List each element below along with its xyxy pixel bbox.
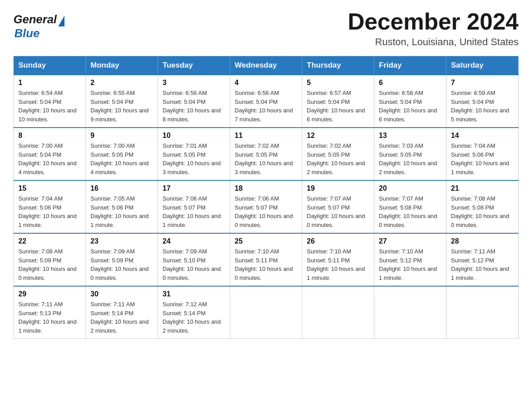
sunset-label: Sunset: 5:12 PM — [379, 257, 422, 264]
sunset-label: Sunset: 5:07 PM — [307, 204, 350, 211]
sunset-label: Sunset: 5:04 PM — [307, 98, 350, 105]
sunrise-label: Sunrise: 7:02 AM — [307, 142, 351, 149]
day-info: Sunrise: 7:04 AM Sunset: 5:06 PM Dayligh… — [451, 141, 514, 176]
day-info: Sunrise: 6:56 AM Sunset: 5:04 PM Dayligh… — [163, 89, 225, 124]
calendar-cell — [374, 286, 446, 339]
calendar-cell: 9 Sunrise: 7:00 AM Sunset: 5:05 PM Dayli… — [86, 128, 158, 180]
calendar-table: SundayMondayTuesdayWednesdayThursdayFrid… — [13, 56, 519, 339]
sunset-label: Sunset: 5:11 PM — [307, 257, 350, 264]
sunset-label: Sunset: 5:06 PM — [451, 151, 494, 158]
calendar-cell: 7 Sunrise: 6:59 AM Sunset: 5:04 PM Dayli… — [446, 75, 519, 128]
daylight-label: Daylight: 10 hours and 1 minute. — [451, 160, 509, 176]
daylight-label: Daylight: 10 hours and 1 minute. — [18, 213, 77, 228]
day-info: Sunrise: 7:02 AM Sunset: 5:05 PM Dayligh… — [307, 141, 369, 176]
calendar-cell: 12 Sunrise: 7:02 AM Sunset: 5:05 PM Dayl… — [302, 128, 374, 180]
daylight-label: Daylight: 10 hours and 9 minutes. — [90, 107, 149, 123]
sunrise-label: Sunrise: 7:05 AM — [90, 195, 135, 202]
sunset-label: Sunset: 5:05 PM — [307, 151, 350, 158]
day-number: 26 — [307, 237, 369, 245]
day-number: 19 — [307, 184, 369, 193]
day-number: 13 — [379, 132, 442, 140]
calendar-cell: 8 Sunrise: 7:00 AM Sunset: 5:04 PM Dayli… — [14, 128, 86, 180]
logo: General Blue — [13, 13, 64, 40]
calendar-cell: 20 Sunrise: 7:07 AM Sunset: 5:08 PM Dayl… — [374, 180, 446, 233]
sunset-label: Sunset: 5:04 PM — [379, 98, 422, 105]
sunset-label: Sunset: 5:07 PM — [235, 204, 278, 211]
sunset-label: Sunset: 5:06 PM — [18, 204, 61, 211]
day-number: 20 — [379, 184, 442, 193]
week-row-3: 15 Sunrise: 7:04 AM Sunset: 5:06 PM Dayl… — [14, 180, 519, 233]
calendar-cell: 19 Sunrise: 7:07 AM Sunset: 5:07 PM Dayl… — [302, 180, 374, 233]
day-info: Sunrise: 7:09 AM Sunset: 5:09 PM Dayligh… — [90, 247, 153, 282]
month-year-title: December 2024 — [348, 9, 519, 34]
sunrise-label: Sunrise: 7:10 AM — [235, 248, 279, 255]
day-info: Sunrise: 7:00 AM Sunset: 5:05 PM Dayligh… — [90, 141, 153, 176]
logo-icon: General Blue — [13, 13, 64, 40]
daylight-label: Daylight: 10 hours and 6 minutes. — [379, 107, 437, 123]
sunrise-label: Sunrise: 6:55 AM — [90, 90, 135, 96]
day-info: Sunrise: 7:01 AM Sunset: 5:05 PM Dayligh… — [163, 141, 225, 176]
day-number: 9 — [90, 132, 153, 140]
sunrise-label: Sunrise: 7:02 AM — [235, 142, 279, 149]
calendar-cell: 18 Sunrise: 7:06 AM Sunset: 5:07 PM Dayl… — [230, 180, 302, 233]
daylight-label: Daylight: 10 hours and 2 minutes. — [90, 318, 149, 334]
calendar-cell: 31 Sunrise: 7:12 AM Sunset: 5:14 PM Dayl… — [158, 286, 230, 339]
sunset-label: Sunset: 5:04 PM — [235, 98, 278, 105]
sunrise-label: Sunrise: 7:04 AM — [451, 142, 495, 149]
daylight-label: Daylight: 10 hours and 0 minutes. — [307, 213, 365, 228]
sunrise-label: Sunrise: 6:58 AM — [379, 90, 423, 96]
sunset-label: Sunset: 5:13 PM — [18, 310, 61, 317]
day-number: 25 — [235, 237, 297, 245]
calendar-cell: 10 Sunrise: 7:01 AM Sunset: 5:05 PM Dayl… — [158, 128, 230, 180]
daylight-label: Daylight: 10 hours and 1 minute. — [379, 265, 437, 281]
day-number: 2 — [90, 79, 153, 87]
daylight-label: Daylight: 10 hours and 6 minutes. — [307, 107, 365, 123]
sunset-label: Sunset: 5:04 PM — [18, 151, 61, 158]
sunrise-label: Sunrise: 7:07 AM — [379, 195, 423, 202]
day-number: 15 — [18, 184, 81, 193]
sunrise-label: Sunrise: 7:06 AM — [163, 195, 207, 202]
day-number: 18 — [235, 184, 297, 193]
calendar-cell: 24 Sunrise: 7:09 AM Sunset: 5:10 PM Dayl… — [158, 233, 230, 286]
column-header-sunday: Sunday — [14, 56, 86, 75]
calendar-cell: 14 Sunrise: 7:04 AM Sunset: 5:06 PM Dayl… — [446, 128, 519, 180]
day-info: Sunrise: 7:10 AM Sunset: 5:11 PM Dayligh… — [307, 247, 369, 282]
day-info: Sunrise: 6:56 AM Sunset: 5:04 PM Dayligh… — [235, 89, 297, 124]
sunrise-label: Sunrise: 6:56 AM — [163, 90, 207, 96]
day-number: 16 — [90, 184, 153, 193]
sunrise-label: Sunrise: 6:59 AM — [451, 90, 495, 96]
column-header-friday: Friday — [374, 56, 446, 75]
sunset-label: Sunset: 5:11 PM — [235, 257, 278, 264]
sunset-label: Sunset: 5:05 PM — [163, 151, 206, 158]
sunrise-label: Sunrise: 7:07 AM — [307, 195, 351, 202]
sunrise-label: Sunrise: 7:01 AM — [163, 142, 207, 149]
day-number: 8 — [18, 132, 81, 140]
daylight-label: Daylight: 10 hours and 0 minutes. — [379, 213, 437, 228]
sunset-label: Sunset: 5:04 PM — [451, 98, 494, 105]
sunset-label: Sunset: 5:08 PM — [451, 204, 494, 211]
sunset-label: Sunset: 5:09 PM — [18, 257, 61, 264]
sunrise-label: Sunrise: 7:12 AM — [163, 301, 207, 308]
calendar-header-row: SundayMondayTuesdayWednesdayThursdayFrid… — [14, 56, 519, 75]
week-row-5: 29 Sunrise: 7:11 AM Sunset: 5:13 PM Dayl… — [14, 286, 519, 339]
calendar-cell — [230, 286, 302, 339]
daylight-label: Daylight: 10 hours and 1 minute. — [163, 213, 221, 228]
day-number: 22 — [18, 237, 81, 245]
day-number: 29 — [18, 290, 81, 298]
day-number: 12 — [307, 132, 369, 140]
sunrise-label: Sunrise: 7:08 AM — [18, 248, 63, 255]
day-number: 21 — [451, 184, 514, 193]
sunrise-label: Sunrise: 7:09 AM — [163, 248, 207, 255]
header: General Blue December 2024 Ruston, Louis… — [13, 9, 519, 48]
sunrise-label: Sunrise: 7:11 AM — [18, 301, 63, 308]
daylight-label: Daylight: 10 hours and 4 minutes. — [18, 160, 77, 176]
daylight-label: Daylight: 10 hours and 2 minutes. — [163, 318, 221, 334]
day-info: Sunrise: 6:55 AM Sunset: 5:04 PM Dayligh… — [90, 89, 153, 124]
sunset-label: Sunset: 5:12 PM — [451, 257, 494, 264]
calendar-cell: 21 Sunrise: 7:08 AM Sunset: 5:08 PM Dayl… — [446, 180, 519, 233]
day-info: Sunrise: 7:10 AM Sunset: 5:11 PM Dayligh… — [235, 247, 297, 282]
day-info: Sunrise: 7:11 AM Sunset: 5:12 PM Dayligh… — [451, 247, 514, 282]
day-number: 28 — [451, 237, 514, 245]
day-info: Sunrise: 7:06 AM Sunset: 5:07 PM Dayligh… — [235, 194, 297, 229]
daylight-label: Daylight: 10 hours and 3 minutes. — [235, 160, 293, 176]
